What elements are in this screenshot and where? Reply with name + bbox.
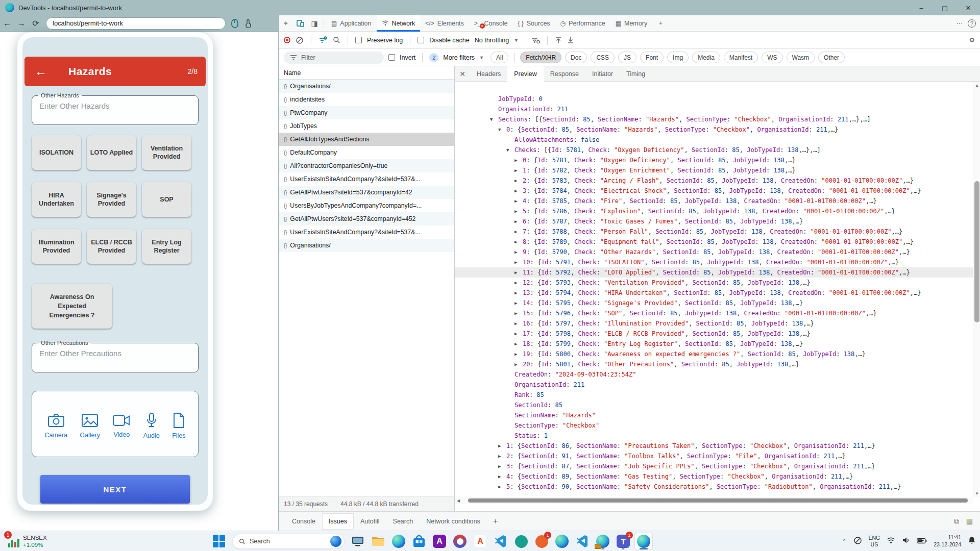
json-line[interactable]: ▶18: {Id: 5799, Check: "Entry Log Regist… [455,339,973,349]
filter-chip-ws[interactable]: WS [762,52,782,63]
request-row[interactable]: {}Organisations/ [279,239,454,252]
request-row[interactable]: {}GetAllJobTypesAndSections [279,133,454,146]
address-bar[interactable]: localhost/permit-to-work [46,17,226,30]
collapsed-arrow-icon[interactable]: ▶ [514,247,517,257]
filter-toggle-icon[interactable]: ✕ [318,36,328,44]
devtools-tab-network[interactable]: Network [377,15,421,32]
collapsed-arrow-icon[interactable]: ▶ [514,318,517,329]
name-column-header[interactable]: Name [279,66,454,80]
screenshot-icon[interactable]: ▦ [966,517,973,525]
collapsed-arrow-icon[interactable]: ▶ [514,339,517,349]
json-line[interactable]: CreatedOn: "2024-09-03T04:23:54Z" [455,369,973,380]
request-row[interactable]: {}Organisations/ [279,80,454,93]
taskbar-app-app-red-a[interactable]: A [472,533,489,549]
json-line[interactable]: ▶8: {Id: 5789, Check: "Equipment fall", … [455,237,973,247]
taskbar-app-desktop-app[interactable] [349,533,366,549]
devtools-tab-performance[interactable]: ◷Performance [555,15,610,32]
volume-icon[interactable] [902,537,910,546]
json-line[interactable]: ▶6: {Id: 5787, Check: "Toxic Gases / Fum… [455,216,973,227]
json-line[interactable]: ▶7: {Id: 5788, Check: "Person Fall", Sec… [455,227,973,237]
next-button[interactable]: NEXT [40,475,190,504]
json-line[interactable]: ▶20: {Id: 5801, Check: "Other Precaution… [455,359,973,369]
disable-cache-checkbox[interactable] [418,37,424,43]
json-line[interactable]: ▶1: {Id: 5782, Check: "Oxygen Enrichment… [455,165,973,176]
collapsed-arrow-icon[interactable]: ▶ [514,308,517,318]
devtools-tab-elements[interactable]: </>Elements [420,15,469,32]
devtools-tab-application[interactable]: ▤Application [326,15,377,32]
devtools-tab-console[interactable]: >_Console [469,15,513,32]
filter-input[interactable]: Filter [284,52,384,64]
taskbar-app-microsoft-store[interactable] [410,533,428,549]
json-line[interactable]: ▶12: {Id: 5793, Check: "Ventilation Prov… [455,278,973,288]
hazard-button-ventilation-provided[interactable]: Ventilation Provided [142,135,191,170]
json-line[interactable]: SectionId: 85 [455,400,973,410]
taskbar-app-file-explorer[interactable] [370,533,387,549]
json-line[interactable]: OrganisationId: 211 [455,104,973,114]
more-options-icon[interactable]: ⋯ [957,19,963,27]
tray-chevron-icon[interactable]: ⌃ [842,538,846,545]
collapsed-arrow-icon[interactable]: ▶ [514,176,517,186]
close-button[interactable]: ✕ [957,0,980,15]
video-button[interactable]: Video [112,413,131,438]
taskbar-app-browser-blue[interactable] [390,533,407,549]
json-line[interactable]: ▶4: {SectionId: 89, SectionName: "Gas Te… [455,471,973,482]
json-line[interactable]: ▼Sections: [{SectionId: 85, SectionName:… [455,114,973,124]
collapsed-arrow-icon[interactable]: ▶ [498,461,501,471]
filter-chip-media[interactable]: Media [692,52,720,63]
json-line[interactable]: ▶1: {SectionId: 86, SectionName: "Precau… [455,441,973,451]
collapsed-arrow-icon[interactable]: ▶ [514,206,517,216]
search-icon[interactable] [333,36,340,44]
battery-icon[interactable] [917,537,927,546]
collapsed-arrow-icon[interactable]: ▶ [514,237,517,247]
filter-chip-other[interactable]: Other [818,52,845,63]
request-row[interactable]: {}All?contractorCompaniesOnly=true [279,159,454,172]
back-arrow-icon[interactable]: ← [35,64,47,79]
drawer-tab-network-conditions[interactable]: Network conditions [420,514,486,529]
open-panel-icon[interactable]: ⧉ [954,517,959,525]
collapsed-arrow-icon[interactable]: ▶ [514,288,517,298]
reload-icon[interactable]: ⟳ [29,18,43,28]
device-toolbar-icon[interactable] [293,17,307,30]
taskbar-app-browser-ring[interactable] [451,533,469,549]
expand-arrow-icon[interactable]: ▼ [506,145,509,155]
widgets-button[interactable]: 1 SENSEX +1.09% [3,532,47,549]
back-icon[interactable]: ← [0,19,14,28]
camera-button[interactable]: Camera [44,413,67,439]
taskbar-app-app-teal[interactable] [512,533,530,549]
json-line[interactable]: ▶13: {Id: 5794, Check: "HIRA Undertaken"… [455,288,973,298]
json-line[interactable]: SectionType: "Checkbox" [455,420,973,431]
mouse-mode-icon[interactable] [231,19,239,28]
collapsed-arrow-icon[interactable]: ▶ [498,441,501,451]
drawer-tab-autofill[interactable]: Autofill [354,514,386,529]
json-line[interactable]: OrganisationId: 211 [455,380,973,390]
filter-chip-manifest[interactable]: Manifest [724,52,758,63]
close-icon[interactable]: ✕ [455,70,470,78]
do-not-disturb-icon[interactable] [853,536,862,547]
devtools-tab-memory[interactable]: ▦Memory [610,15,653,32]
hazard-button-signage-s-provided[interactable]: Signage's Provided [87,182,136,217]
json-line[interactable]: ▶5: {SectionId: 90, SectionName: "Safety… [455,482,973,492]
detail-tab-response[interactable]: Response [544,66,585,82]
add-tab-icon[interactable]: ＋ [652,15,669,32]
collapsed-arrow-icon[interactable]: ▶ [514,227,517,237]
filter-chip-css[interactable]: CSS [591,52,615,63]
taskbar-app-edge-browser[interactable] [553,533,571,549]
scrollbar-thumb[interactable] [468,498,968,503]
request-row[interactable]: {}UserExistsInSiteAndCompany?&siteId=537… [279,172,454,186]
json-line[interactable]: ▶15: {Id: 5796, Check: "SOP", SectionId:… [455,308,973,318]
json-line[interactable]: Rank: 85 [455,390,973,400]
other-precautions-field[interactable]: Other Precautions Enter Other Precaution… [32,340,199,372]
horizontal-scrollbar[interactable]: ◀ [455,497,973,504]
scrollbar-thumb[interactable] [974,181,979,322]
taskbar-app-app-purple-a[interactable]: A [431,533,448,549]
expand-arrow-icon[interactable]: ▼ [498,124,501,135]
dock-side-icon[interactable]: ◨ [307,17,322,30]
json-line[interactable]: SectionName: "Hazards" [455,410,973,420]
inspect-element-icon[interactable]: ⌖ [279,17,293,30]
json-line[interactable]: ▼0: {SectionId: 85, SectionName: "Hazard… [455,124,973,135]
chevron-down-icon[interactable]: ▼ [514,38,519,43]
collapsed-arrow-icon[interactable]: ▶ [514,267,517,278]
json-line[interactable]: AllowAttachments: false [455,135,973,145]
json-line[interactable]: ▶0: {Id: 5781, Check: "Oxygen Deficiency… [455,155,973,165]
language-indicator[interactable]: ENGUS [869,535,880,547]
